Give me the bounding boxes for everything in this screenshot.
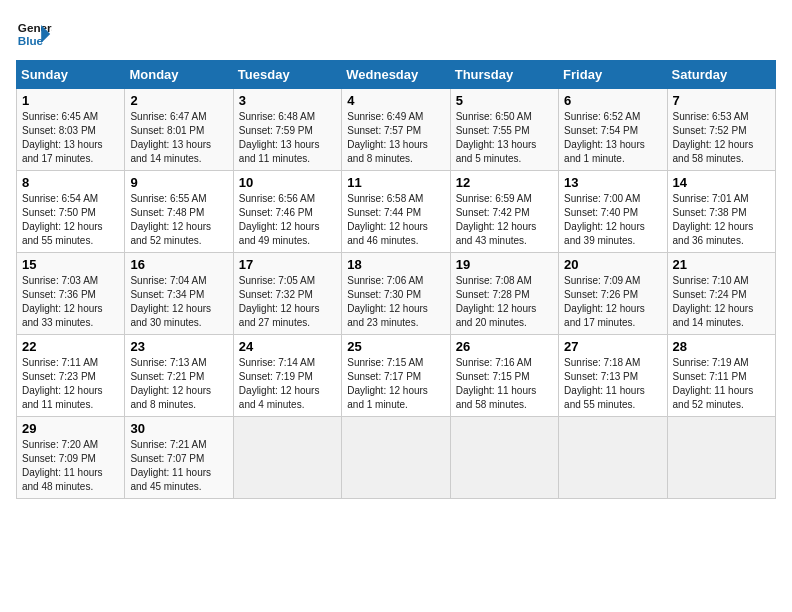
day-number: 20 [564, 257, 661, 272]
calendar-cell: 15Sunrise: 7:03 AM Sunset: 7:36 PM Dayli… [17, 253, 125, 335]
calendar-week-3: 15Sunrise: 7:03 AM Sunset: 7:36 PM Dayli… [17, 253, 776, 335]
calendar-cell [559, 417, 667, 499]
calendar-week-1: 1Sunrise: 6:45 AM Sunset: 8:03 PM Daylig… [17, 89, 776, 171]
calendar-cell: 21Sunrise: 7:10 AM Sunset: 7:24 PM Dayli… [667, 253, 775, 335]
calendar-cell: 2Sunrise: 6:47 AM Sunset: 8:01 PM Daylig… [125, 89, 233, 171]
day-number: 11 [347, 175, 444, 190]
day-info: Sunrise: 6:49 AM Sunset: 7:57 PM Dayligh… [347, 110, 444, 166]
day-info: Sunrise: 6:59 AM Sunset: 7:42 PM Dayligh… [456, 192, 553, 248]
day-number: 18 [347, 257, 444, 272]
day-number: 19 [456, 257, 553, 272]
calendar-cell: 20Sunrise: 7:09 AM Sunset: 7:26 PM Dayli… [559, 253, 667, 335]
calendar-table: SundayMondayTuesdayWednesdayThursdayFrid… [16, 60, 776, 499]
header-monday: Monday [125, 61, 233, 89]
day-number: 27 [564, 339, 661, 354]
day-info: Sunrise: 7:06 AM Sunset: 7:30 PM Dayligh… [347, 274, 444, 330]
day-number: 4 [347, 93, 444, 108]
calendar-cell [233, 417, 341, 499]
day-info: Sunrise: 7:20 AM Sunset: 7:09 PM Dayligh… [22, 438, 119, 494]
day-number: 23 [130, 339, 227, 354]
day-info: Sunrise: 7:10 AM Sunset: 7:24 PM Dayligh… [673, 274, 770, 330]
day-info: Sunrise: 7:21 AM Sunset: 7:07 PM Dayligh… [130, 438, 227, 494]
header-friday: Friday [559, 61, 667, 89]
day-number: 17 [239, 257, 336, 272]
calendar-week-2: 8Sunrise: 6:54 AM Sunset: 7:50 PM Daylig… [17, 171, 776, 253]
calendar-cell: 4Sunrise: 6:49 AM Sunset: 7:57 PM Daylig… [342, 89, 450, 171]
calendar-week-5: 29Sunrise: 7:20 AM Sunset: 7:09 PM Dayli… [17, 417, 776, 499]
calendar-cell: 26Sunrise: 7:16 AM Sunset: 7:15 PM Dayli… [450, 335, 558, 417]
header-tuesday: Tuesday [233, 61, 341, 89]
calendar-cell [667, 417, 775, 499]
calendar-cell [450, 417, 558, 499]
calendar-cell: 5Sunrise: 6:50 AM Sunset: 7:55 PM Daylig… [450, 89, 558, 171]
calendar-cell [342, 417, 450, 499]
day-info: Sunrise: 6:54 AM Sunset: 7:50 PM Dayligh… [22, 192, 119, 248]
day-info: Sunrise: 7:14 AM Sunset: 7:19 PM Dayligh… [239, 356, 336, 412]
header-wednesday: Wednesday [342, 61, 450, 89]
calendar-cell: 23Sunrise: 7:13 AM Sunset: 7:21 PM Dayli… [125, 335, 233, 417]
day-number: 8 [22, 175, 119, 190]
header-sunday: Sunday [17, 61, 125, 89]
day-number: 1 [22, 93, 119, 108]
day-number: 6 [564, 93, 661, 108]
calendar-cell: 13Sunrise: 7:00 AM Sunset: 7:40 PM Dayli… [559, 171, 667, 253]
day-info: Sunrise: 7:16 AM Sunset: 7:15 PM Dayligh… [456, 356, 553, 412]
calendar-cell: 6Sunrise: 6:52 AM Sunset: 7:54 PM Daylig… [559, 89, 667, 171]
day-info: Sunrise: 6:52 AM Sunset: 7:54 PM Dayligh… [564, 110, 661, 166]
day-info: Sunrise: 7:08 AM Sunset: 7:28 PM Dayligh… [456, 274, 553, 330]
day-info: Sunrise: 7:15 AM Sunset: 7:17 PM Dayligh… [347, 356, 444, 412]
day-number: 28 [673, 339, 770, 354]
day-number: 7 [673, 93, 770, 108]
day-info: Sunrise: 7:11 AM Sunset: 7:23 PM Dayligh… [22, 356, 119, 412]
calendar-cell: 30Sunrise: 7:21 AM Sunset: 7:07 PM Dayli… [125, 417, 233, 499]
day-info: Sunrise: 6:47 AM Sunset: 8:01 PM Dayligh… [130, 110, 227, 166]
day-info: Sunrise: 6:45 AM Sunset: 8:03 PM Dayligh… [22, 110, 119, 166]
day-number: 10 [239, 175, 336, 190]
day-number: 15 [22, 257, 119, 272]
day-info: Sunrise: 6:48 AM Sunset: 7:59 PM Dayligh… [239, 110, 336, 166]
calendar-cell: 22Sunrise: 7:11 AM Sunset: 7:23 PM Dayli… [17, 335, 125, 417]
day-number: 12 [456, 175, 553, 190]
day-info: Sunrise: 7:01 AM Sunset: 7:38 PM Dayligh… [673, 192, 770, 248]
calendar-cell: 29Sunrise: 7:20 AM Sunset: 7:09 PM Dayli… [17, 417, 125, 499]
day-number: 9 [130, 175, 227, 190]
day-info: Sunrise: 6:55 AM Sunset: 7:48 PM Dayligh… [130, 192, 227, 248]
day-info: Sunrise: 6:50 AM Sunset: 7:55 PM Dayligh… [456, 110, 553, 166]
day-number: 2 [130, 93, 227, 108]
calendar-cell: 1Sunrise: 6:45 AM Sunset: 8:03 PM Daylig… [17, 89, 125, 171]
calendar-cell: 19Sunrise: 7:08 AM Sunset: 7:28 PM Dayli… [450, 253, 558, 335]
calendar-cell: 16Sunrise: 7:04 AM Sunset: 7:34 PM Dayli… [125, 253, 233, 335]
day-number: 14 [673, 175, 770, 190]
day-info: Sunrise: 7:09 AM Sunset: 7:26 PM Dayligh… [564, 274, 661, 330]
calendar-cell: 8Sunrise: 6:54 AM Sunset: 7:50 PM Daylig… [17, 171, 125, 253]
day-number: 13 [564, 175, 661, 190]
calendar-cell: 3Sunrise: 6:48 AM Sunset: 7:59 PM Daylig… [233, 89, 341, 171]
calendar-cell: 12Sunrise: 6:59 AM Sunset: 7:42 PM Dayli… [450, 171, 558, 253]
calendar-header-row: SundayMondayTuesdayWednesdayThursdayFrid… [17, 61, 776, 89]
day-number: 22 [22, 339, 119, 354]
calendar-cell: 27Sunrise: 7:18 AM Sunset: 7:13 PM Dayli… [559, 335, 667, 417]
header-saturday: Saturday [667, 61, 775, 89]
day-info: Sunrise: 7:00 AM Sunset: 7:40 PM Dayligh… [564, 192, 661, 248]
day-info: Sunrise: 6:53 AM Sunset: 7:52 PM Dayligh… [673, 110, 770, 166]
calendar-cell: 17Sunrise: 7:05 AM Sunset: 7:32 PM Dayli… [233, 253, 341, 335]
day-info: Sunrise: 7:03 AM Sunset: 7:36 PM Dayligh… [22, 274, 119, 330]
day-info: Sunrise: 7:18 AM Sunset: 7:13 PM Dayligh… [564, 356, 661, 412]
logo-icon: General Blue [16, 16, 52, 52]
day-info: Sunrise: 7:13 AM Sunset: 7:21 PM Dayligh… [130, 356, 227, 412]
calendar-cell: 18Sunrise: 7:06 AM Sunset: 7:30 PM Dayli… [342, 253, 450, 335]
header-thursday: Thursday [450, 61, 558, 89]
day-number: 3 [239, 93, 336, 108]
calendar-cell: 10Sunrise: 6:56 AM Sunset: 7:46 PM Dayli… [233, 171, 341, 253]
day-number: 16 [130, 257, 227, 272]
day-number: 29 [22, 421, 119, 436]
day-info: Sunrise: 7:19 AM Sunset: 7:11 PM Dayligh… [673, 356, 770, 412]
calendar-cell: 7Sunrise: 6:53 AM Sunset: 7:52 PM Daylig… [667, 89, 775, 171]
calendar-cell: 24Sunrise: 7:14 AM Sunset: 7:19 PM Dayli… [233, 335, 341, 417]
logo: General Blue [16, 16, 52, 52]
day-number: 5 [456, 93, 553, 108]
day-number: 30 [130, 421, 227, 436]
day-info: Sunrise: 7:05 AM Sunset: 7:32 PM Dayligh… [239, 274, 336, 330]
calendar-week-4: 22Sunrise: 7:11 AM Sunset: 7:23 PM Dayli… [17, 335, 776, 417]
calendar-cell: 9Sunrise: 6:55 AM Sunset: 7:48 PM Daylig… [125, 171, 233, 253]
